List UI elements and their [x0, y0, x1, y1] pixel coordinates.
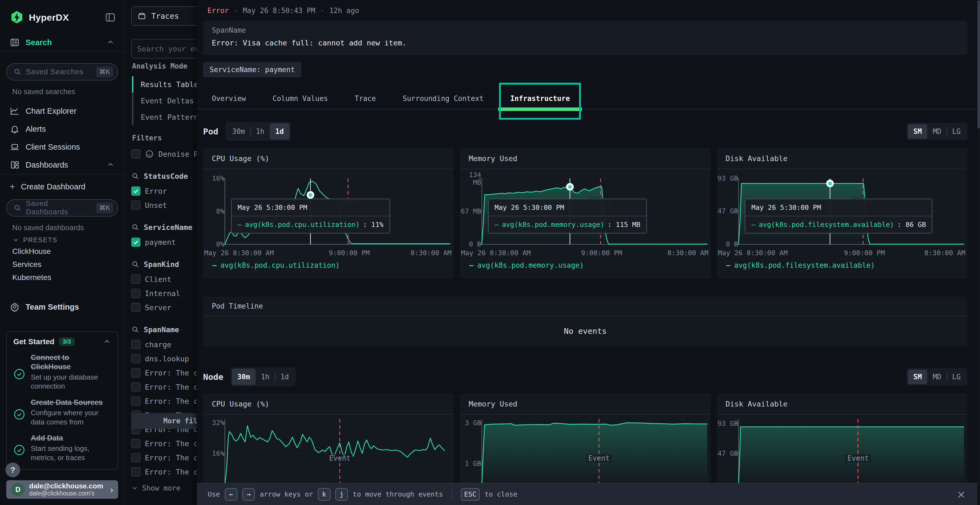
tab-infrastructure[interactable]: Infrastructure [503, 87, 577, 110]
sidebar-item-label: Dashboards [25, 160, 68, 170]
checkbox-unchecked[interactable] [131, 453, 140, 462]
pod-range-1h[interactable]: 1h [250, 123, 270, 140]
y-axis-tick: 67 MB [460, 208, 481, 215]
checkbox-unchecked[interactable] [131, 354, 140, 363]
tooltip-time: May 26 5:30:00 PM [488, 199, 646, 216]
tab-surrounding-context[interactable]: Surrounding Context [396, 87, 490, 110]
filter-group-statuscode: StatusCode [125, 168, 197, 184]
filter-option[interactable]: Error: The cr [125, 380, 197, 394]
node-range-30m[interactable]: 30m [232, 369, 256, 385]
event-search-input[interactable]: Search your ev [131, 39, 197, 59]
search-icon [13, 68, 22, 76]
tab-trace[interactable]: Trace [348, 87, 383, 110]
denoise-toggle[interactable]: Denoise Re [125, 147, 197, 161]
filter-option[interactable]: Error: The cr [125, 451, 197, 465]
check-circle-icon [13, 402, 25, 427]
create-dashboard-label: Create Dashboard [21, 182, 86, 191]
filter-option[interactable]: charge [125, 337, 197, 351]
node-size-sm[interactable]: SM [908, 370, 927, 384]
sidebar-item-label: Chart Explorer [25, 106, 76, 116]
checkbox-unchecked[interactable] [131, 397, 140, 406]
get-started-item[interactable]: Create Data SourcesConfigure where your … [13, 398, 111, 427]
checkbox-unchecked[interactable] [131, 149, 140, 159]
filter-option[interactable]: Client [125, 272, 197, 286]
filter-option[interactable]: Error [125, 184, 197, 198]
event-timestamp: May 26 8:50:43 PM [243, 6, 315, 15]
source-select[interactable]: Traces [131, 6, 197, 26]
filter-option[interactable]: Server [125, 300, 197, 314]
chevron-up-icon[interactable] [103, 338, 111, 346]
pod-size-lg[interactable]: LG [947, 124, 966, 139]
filter-group-servicename: ServiceName [125, 219, 197, 235]
filter-option[interactable]: Error: The cr [125, 394, 197, 408]
sidebar: HyperDX Search Saved Searches ⌘K No save… [0, 0, 125, 505]
node-size-lg[interactable]: LG [947, 370, 966, 384]
checkbox-unchecked[interactable] [131, 439, 140, 448]
filter-option[interactable]: Unset [125, 198, 197, 212]
chart-legend: —avg(k8s.pod.cpu.utilization) [212, 261, 340, 269]
sidebar-item-team-settings[interactable]: Team Settings [0, 299, 124, 314]
checkbox-unchecked[interactable] [131, 368, 140, 377]
tab-column-values[interactable]: Column Values [266, 87, 335, 110]
get-started-item[interactable]: Add DataStart sending logs, metrics, or … [13, 434, 111, 462]
tab-overview[interactable]: Overview [205, 87, 253, 110]
checkbox-unchecked[interactable] [131, 200, 140, 210]
pod-size-sm[interactable]: SM [908, 124, 927, 139]
x-tick-mid: 9:00:00 PM [329, 249, 370, 257]
close-icon[interactable] [956, 490, 966, 499]
checkbox-checked[interactable] [131, 186, 140, 195]
sidebar-item-chart-explorer[interactable]: Chart Explorer [0, 103, 124, 119]
node-section-header: Node 30m1h1d SMMDLG [203, 367, 967, 386]
create-dashboard-button[interactable]: + Create Dashboard [0, 179, 124, 194]
checkbox-unchecked[interactable] [131, 275, 140, 284]
sidebar-item-client-sessions[interactable]: Client Sessions [0, 139, 124, 154]
check-circle-icon [13, 438, 25, 462]
sidebar-item-search[interactable]: Search [0, 35, 124, 50]
checkbox-unchecked[interactable] [131, 303, 140, 312]
legend-series-name: avg(k8s.pod.filesystem.available) [734, 261, 875, 269]
get-started-item[interactable]: Connect to ClickHouseSet up your databas… [13, 353, 111, 391]
filter-option[interactable]: dns.lookup [125, 351, 197, 366]
filter-option[interactable]: Error: The cr [125, 465, 197, 479]
node-range-1d[interactable]: 1d [275, 369, 294, 385]
analysis-option-event-patterns[interactable]: Event Patterns [132, 109, 197, 125]
more-filters-button[interactable]: More fil [131, 413, 197, 429]
preset-clickhouse[interactable]: ClickHouse [12, 247, 51, 256]
filter-group-name: ServiceName [144, 223, 192, 232]
node-size-control: SMMDLG [907, 368, 967, 386]
saved-dashboards-input[interactable]: Saved Dashboards ⌘K [6, 199, 118, 217]
pod-range-30m[interactable]: 30m [227, 123, 250, 140]
checkbox-unchecked[interactable] [131, 467, 140, 476]
scrollbar-thumb[interactable] [978, 0, 980, 129]
pod-timeline-empty-text: No events [203, 316, 967, 346]
pod-size-md[interactable]: MD [927, 124, 947, 139]
preset-services[interactable]: Services [12, 260, 41, 269]
service-name-tag[interactable]: ServiceName: payment [203, 62, 301, 77]
filter-option[interactable]: Error: The cr [125, 437, 197, 451]
sidebar-item-dashboards[interactable]: Dashboards [0, 157, 124, 173]
checkbox-checked[interactable] [131, 238, 140, 247]
filter-option-label: Error: The cr [145, 468, 197, 476]
help-button[interactable]: ? [5, 462, 20, 477]
user-menu[interactable]: D dale@clickhouse.com dale@clickhouse.co… [6, 480, 118, 499]
show-more-button[interactable]: Show more [125, 481, 197, 495]
preset-kubernetes[interactable]: Kubernetes [12, 273, 51, 282]
analysis-option-results-table[interactable]: Results Table [132, 76, 197, 92]
saved-searches-input[interactable]: Saved Searches ⌘K [6, 63, 118, 81]
node-range-1h[interactable]: 1h [256, 369, 275, 385]
presets-toggle[interactable]: PRESETS [12, 236, 57, 244]
filter-group-name: StatusCode [144, 172, 188, 180]
scrollbar[interactable] [977, 0, 980, 505]
checkbox-unchecked[interactable] [131, 382, 140, 392]
sidebar-collapse-icon[interactable] [104, 11, 116, 24]
analysis-option-event-deltas[interactable]: Event Deltas [132, 92, 197, 109]
filter-option[interactable]: Internal [125, 286, 197, 300]
sidebar-item-alerts[interactable]: Alerts [0, 121, 124, 137]
checkbox-unchecked[interactable] [131, 289, 140, 298]
kbd-arrow-right: → [242, 488, 255, 501]
checkbox-unchecked[interactable] [131, 340, 140, 349]
filter-option[interactable]: Error: The cr [125, 366, 197, 380]
node-size-md[interactable]: MD [927, 370, 947, 384]
pod-range-1d[interactable]: 1d [270, 123, 289, 140]
filter-option[interactable]: payment [125, 235, 197, 249]
